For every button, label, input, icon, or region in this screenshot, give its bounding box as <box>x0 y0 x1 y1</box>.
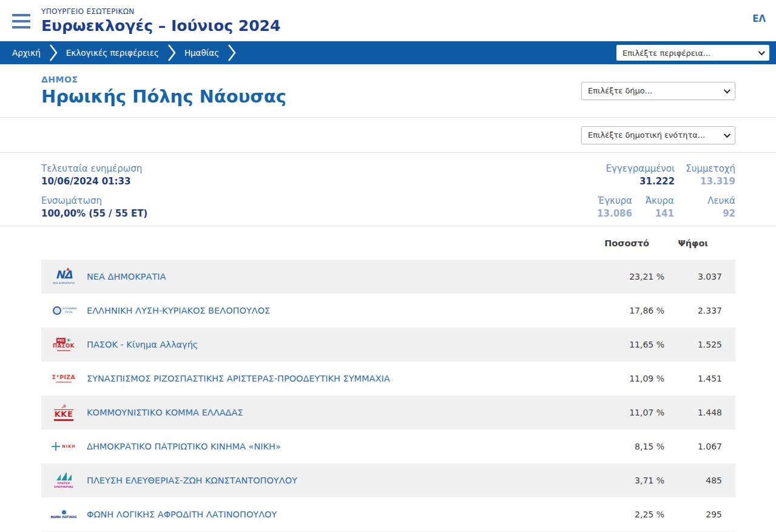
party-percent: 11,65 % <box>585 340 664 349</box>
invalid-value: 141 <box>632 207 674 220</box>
party-name-link[interactable]: ΕΛΛΗΝΙΚΗ ΛΥΣΗ-ΚΥΡΙΑΚΟΣ ΒΕΛΟΠΟΥΛΟΣ <box>87 306 585 315</box>
breadcrumb-bar: Αρχική Εκλογικές περιφέρειες Ημαθίας Επι… <box>0 41 776 64</box>
municipality-select-value: Επιλέξτε δήμο... <box>588 86 652 95</box>
party-votes: 1.451 <box>664 374 722 383</box>
turnout-value: 13.319 <box>675 175 735 188</box>
votes-column-header: Ψήφοι <box>664 238 722 248</box>
party-logo: ☭ΚΚΕ <box>52 404 76 420</box>
chevron-down-icon <box>758 49 765 55</box>
brand-block: ΥΠΟΥΡΓΕΙΟ ΕΣΩΤΕΡΙΚΩΝ Ευρωεκλογές – Ιούνι… <box>41 7 280 35</box>
party-percent: 17,86 % <box>585 306 664 315</box>
blank-label: Λευκά <box>674 195 735 207</box>
stats-right: Εγγεγραμμένοι 31.222 Συμμετοχή 13.319 Έγ… <box>597 163 735 226</box>
party-logo: ΕΛΛΗΝΙΚΗ ΛΥΣΗ <box>52 306 76 315</box>
stats-left: Τελευταία ενημέρωση 10/06/2024 01:33 Ενσ… <box>41 163 147 226</box>
valid-value: 13.086 <box>597 207 632 220</box>
municipality-section: ΔΗΜΟΣ Ηρωικής Πόλης Νάουσας Επιλέξτε δήμ… <box>0 64 776 118</box>
party-logo: ΝΙΚΗ <box>52 442 76 451</box>
party-logo: ΦΩΝΗ ΛΟΓΙΚΗΣ <box>52 510 76 519</box>
party-percent: 2,25 % <box>585 510 664 519</box>
page-title: Ευρωεκλογές – Ιούνιος 2024 <box>41 17 280 35</box>
party-percent: 11,09 % <box>585 374 664 383</box>
table-row: ΝΙΚΗ ΔΗΜΟΚΡΑΤΙΚΟ ΠΑΤΡΙΩΤΙΚΟ ΚΙΝΗΜΑ «ΝΙΚΗ… <box>41 429 735 463</box>
breadcrumb-home[interactable]: Αρχική <box>8 48 44 58</box>
party-name-link[interactable]: ΣΥΝΑΣΠΙΣΜΟΣ ΡΙΖΟΣΠΑΣΤΙΚΗΣ ΑΡΙΣΤΕΡΑΣ-ΠΡΟΟ… <box>87 374 585 383</box>
party-name-link[interactable]: ΦΩΝΗ ΛΟΓΙΚΗΣ ΑΦΡΟΔΙΤΗ ΛΑΤΙΝΟΠΟΥΛΟΥ <box>87 510 585 519</box>
party-percent: 23,21 % <box>585 272 664 281</box>
blank-value: 92 <box>674 207 735 220</box>
language-switcher[interactable]: ΕΛ <box>752 13 766 24</box>
invalid-label: Άκυρα <box>632 195 674 207</box>
party-votes: 2.337 <box>664 306 722 315</box>
party-votes: 1.448 <box>664 408 722 417</box>
registered-label: Εγγεγραμμένοι <box>606 163 675 175</box>
table-row: ☭ΚΚΕ ΚΟΜΜΟΥΝΙΣΤΙΚΟ ΚΟΜΜΑ ΕΛΛΑΔΑΣ 11,07 %… <box>41 396 735 429</box>
table-row: ΕΛΛΗΝΙΚΗ ΛΥΣΗ ΕΛΛΗΝΙΚΗ ΛΥΣΗ-ΚΥΡΙΑΚΟΣ ΒΕΛ… <box>41 294 735 328</box>
party-name-link[interactable]: ΔΗΜΟΚΡΑΤΙΚΟ ΠΑΤΡΙΩΤΙΚΟ ΚΙΝΗΜΑ «ΝΙΚΗ» <box>87 442 585 451</box>
turnout-label: Συμμετοχή <box>675 163 735 175</box>
party-votes: 1.067 <box>664 442 722 451</box>
integration-label: Ενσωμάτωση <box>41 195 147 207</box>
party-votes: 295 <box>664 510 722 519</box>
integration-value: 100,00% (55 / 55 ΕΤ) <box>41 207 147 220</box>
percent-column-header: Ποσοστό <box>585 238 664 248</box>
party-percent: 11,07 % <box>585 408 664 417</box>
region-select[interactable]: Επιλέξτε περιφέρεια... <box>616 45 769 61</box>
party-percent: 3,71 % <box>585 476 664 485</box>
party-votes: 3.037 <box>664 272 722 281</box>
municipality-select[interactable]: Επιλέξτε δήμο... <box>581 82 735 100</box>
party-logo: Σ★ΡΙΖΑ <box>52 374 76 383</box>
table-row: Σ★ΡΙΖΑ ΣΥΝΑΣΠΙΣΜΟΣ ΡΙΖΟΣΠΑΣΤΙΚΗΣ ΑΡΙΣΤΕΡ… <box>41 362 735 396</box>
party-votes: 485 <box>664 476 722 485</box>
municipality-name: Ηρωικής Πόλης Νάουσας <box>41 86 286 107</box>
party-name-link[interactable]: ΚΟΜΜΟΥΝΙΣΤΙΚΟ ΚΟΜΜΑ ΕΛΛΑΔΑΣ <box>87 408 585 417</box>
results-rows: ΝΔΝΕΑ ΔΗΜΟΚΡΑΤΙΑ ΝΕΑ ΔΗΜΟΚΡΑΤΙΑ 23,21 % … <box>41 260 735 531</box>
municipality-title-block: ΔΗΜΟΣ Ηρωικής Πόλης Νάουσας <box>41 75 286 107</box>
breadcrumb-districts[interactable]: Εκλογικές περιφέρειες <box>62 48 163 58</box>
unit-select-value: Επιλέξτε δημοτική ενότητα... <box>588 130 705 140</box>
election-results-page: ΥΠΟΥΡΓΕΙΟ ΕΣΩΤΕΡΙΚΩΝ Ευρωεκλογές – Ιούνι… <box>0 0 776 532</box>
chevron-right-icon <box>228 44 236 61</box>
registered-value: 31.222 <box>606 175 675 188</box>
table-row: ΠΛΕΥΣΗ ΕΛΕΥΘΕΡΙΑΣ ΠΛΕΥΣΗ ΕΛΕΥΘΕΡΙΑΣ-ΖΩΗ … <box>41 463 735 497</box>
party-name-link[interactable]: ΠΛΕΥΣΗ ΕΛΕΥΘΕΡΙΑΣ-ΖΩΗ ΚΩΝΣΤΑΝΤΟΠΟΥΛΟΥ <box>87 476 585 485</box>
municipality-label: ΔΗΜΟΣ <box>41 75 286 84</box>
results-table-header: Ποσοστό Ψήφοι <box>41 226 735 260</box>
hamburger-menu-icon[interactable] <box>12 14 30 29</box>
party-percent: 8,15 % <box>585 442 664 451</box>
unit-select[interactable]: Επιλέξτε δημοτική ενότητα... <box>581 126 735 144</box>
chevron-down-icon <box>724 86 730 93</box>
party-logo: ΠΛΕΥΣΗ ΕΛΕΥΘΕΡΙΑΣ <box>52 472 76 490</box>
app-header: ΥΠΟΥΡΓΕΙΟ ΕΣΩΤΕΡΙΚΩΝ Ευρωεκλογές – Ιούνι… <box>0 0 776 41</box>
table-row: ΦΩΝΗ ΛΟΓΙΚΗΣ ΦΩΝΗ ΛΟΓΙΚΗΣ ΑΦΡΟΔΙΤΗ ΛΑΤΙΝ… <box>41 497 735 531</box>
table-row: PES☀ΠΑΣΟΚ ΠΑΣΟΚ - Κίνημα Αλλαγής 11,65 %… <box>41 328 735 362</box>
chevron-down-icon <box>724 130 730 137</box>
ministry-label: ΥΠΟΥΡΓΕΙΟ ΕΣΩΤΕΡΙΚΩΝ <box>41 7 280 16</box>
results-table: Ποσοστό Ψήφοι ΝΔΝΕΑ ΔΗΜΟΚΡΑΤΙΑ ΝΕΑ ΔΗΜΟΚ… <box>0 226 776 532</box>
unit-section: Επιλέξτε δημοτική ενότητα... <box>0 118 776 153</box>
party-name-link[interactable]: ΝΕΑ ΔΗΜΟΚΡΑΤΙΑ <box>87 272 585 281</box>
party-logo: PES☀ΠΑΣΟΚ <box>52 338 76 351</box>
breadcrumb-imathia[interactable]: Ημαθίας <box>181 48 223 58</box>
party-logo: ΝΔΝΕΑ ΔΗΜΟΚΡΑΤΙΑ <box>52 269 76 285</box>
valid-label: Έγκυρα <box>597 195 632 207</box>
party-votes: 1.525 <box>664 340 722 349</box>
table-row: ΝΔΝΕΑ ΔΗΜΟΚΡΑΤΙΑ ΝΕΑ ΔΗΜΟΚΡΑΤΙΑ 23,21 % … <box>41 260 735 294</box>
stats-section: Τελευταία ενημέρωση 10/06/2024 01:33 Ενσ… <box>0 153 776 226</box>
chevron-right-icon <box>167 44 176 61</box>
region-select-value: Επιλέξτε περιφέρεια... <box>622 49 710 58</box>
last-update-label: Τελευταία ενημέρωση <box>41 163 147 175</box>
last-update-value: 10/06/2024 01:33 <box>41 175 147 188</box>
chevron-right-icon <box>49 44 58 61</box>
party-name-link[interactable]: ΠΑΣΟΚ - Κίνημα Αλλαγής <box>87 340 585 349</box>
